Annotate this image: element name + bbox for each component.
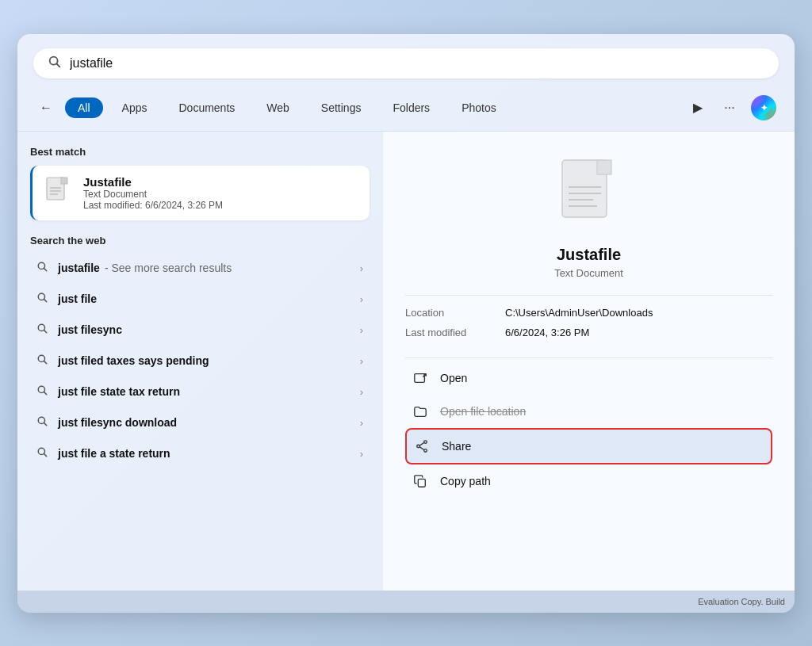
chevron-right-icon: › bbox=[360, 417, 363, 429]
evaluation-text: Evaluation Copy. Build bbox=[698, 597, 785, 606]
svg-line-18 bbox=[44, 392, 46, 394]
modified-key: Last modified bbox=[405, 327, 492, 338]
search-icon bbox=[36, 354, 48, 369]
svg-line-1 bbox=[56, 63, 59, 67]
share-label: Share bbox=[442, 440, 471, 453]
svg-text:✦: ✦ bbox=[760, 103, 768, 113]
action-copy-path[interactable]: Copy path bbox=[405, 464, 772, 498]
list-item[interactable]: just filesync download › bbox=[30, 407, 370, 438]
svg-line-16 bbox=[44, 361, 46, 363]
svg-point-30 bbox=[424, 440, 427, 443]
folder-icon bbox=[412, 403, 429, 420]
copilot-button[interactable]: ✦ bbox=[749, 93, 779, 123]
svg-rect-24 bbox=[597, 160, 611, 174]
search-input-wrap bbox=[33, 48, 779, 78]
svg-rect-5 bbox=[61, 178, 67, 184]
open-location-label: Open file location bbox=[440, 405, 526, 418]
action-open-location[interactable]: Open file location bbox=[405, 395, 772, 428]
location-val: C:\Users\AdminUser\Downloads bbox=[505, 307, 653, 319]
best-match-type: Text Document bbox=[83, 189, 223, 200]
list-item[interactable]: just file a state return › bbox=[30, 438, 370, 469]
search-bar-row bbox=[17, 34, 795, 88]
filter-apps[interactable]: Apps bbox=[109, 97, 160, 118]
svg-line-12 bbox=[44, 299, 46, 301]
share-icon bbox=[413, 438, 431, 455]
main-content: Best match Justafi bbox=[17, 131, 795, 591]
actions-divider bbox=[405, 357, 772, 358]
svg-line-10 bbox=[44, 268, 46, 270]
copy-icon bbox=[412, 472, 429, 490]
search-icon bbox=[36, 261, 48, 276]
list-item[interactable]: just filesync › bbox=[30, 315, 370, 346]
search-input[interactable] bbox=[70, 56, 764, 71]
meta-location-row: Location C:\Users\AdminUser\Downloads bbox=[405, 307, 772, 319]
svg-line-33 bbox=[419, 442, 423, 445]
copilot-icon: ✦ bbox=[751, 95, 776, 120]
open-icon bbox=[412, 369, 429, 387]
left-panel: Best match Justafi bbox=[17, 132, 382, 591]
search-icon bbox=[36, 446, 48, 461]
list-item[interactable]: just file › bbox=[30, 284, 370, 315]
right-panel: Justafile Text Document Location C:\User… bbox=[382, 132, 795, 591]
svg-point-31 bbox=[424, 449, 427, 452]
search-icon bbox=[36, 384, 48, 399]
search-icon bbox=[36, 292, 48, 307]
filter-documents[interactable]: Documents bbox=[166, 97, 247, 118]
svg-line-14 bbox=[44, 330, 46, 332]
svg-rect-29 bbox=[415, 373, 425, 382]
chevron-right-icon: › bbox=[360, 293, 363, 305]
chevron-right-icon: › bbox=[360, 355, 363, 367]
filter-row: ← All Apps Documents Web Settings Folder… bbox=[17, 88, 795, 131]
file-icon bbox=[45, 177, 71, 208]
best-match-item[interactable]: Justafile Text Document Last modified: 6… bbox=[30, 166, 370, 220]
filter-photos[interactable]: Photos bbox=[449, 97, 509, 118]
list-item[interactable]: just file state tax return › bbox=[30, 377, 370, 407]
file-meta: Location C:\Users\AdminUser\Downloads La… bbox=[405, 295, 772, 346]
file-preview-icon bbox=[557, 159, 621, 233]
filter-settings[interactable]: Settings bbox=[308, 97, 374, 118]
best-match-name: Justafile bbox=[83, 175, 223, 189]
list-item[interactable]: justafile - See more search results › bbox=[30, 253, 370, 284]
location-key: Location bbox=[405, 307, 492, 319]
best-match-label: Best match bbox=[30, 146, 370, 158]
search-icon bbox=[36, 323, 48, 338]
svg-rect-35 bbox=[418, 479, 425, 487]
svg-line-22 bbox=[44, 453, 46, 456]
filter-all[interactable]: All bbox=[65, 97, 103, 118]
chevron-right-icon: › bbox=[360, 448, 363, 460]
file-icon-wrap bbox=[44, 178, 72, 207]
action-share[interactable]: Share bbox=[405, 428, 772, 464]
filter-folders[interactable]: Folders bbox=[380, 97, 442, 118]
search-icon bbox=[48, 55, 62, 72]
svg-line-34 bbox=[419, 446, 423, 449]
search-icon bbox=[36, 415, 48, 430]
search-panel: ← All Apps Documents Web Settings Folder… bbox=[17, 34, 795, 613]
preview-title: Justafile bbox=[557, 246, 621, 264]
modified-val: 6/6/2024, 3:26 PM bbox=[505, 327, 589, 338]
chevron-right-icon: › bbox=[360, 262, 363, 274]
chevron-right-icon: › bbox=[360, 386, 363, 398]
back-button[interactable]: ← bbox=[33, 95, 59, 120]
svg-line-20 bbox=[44, 422, 46, 425]
meta-modified-row: Last modified 6/6/2024, 3:26 PM bbox=[405, 327, 772, 338]
action-open[interactable]: Open bbox=[405, 361, 772, 395]
preview-type: Text Document bbox=[554, 267, 623, 279]
web-section-label: Search the web bbox=[30, 235, 370, 247]
copy-path-label: Copy path bbox=[440, 475, 491, 487]
chevron-right-icon: › bbox=[360, 324, 363, 336]
svg-point-32 bbox=[417, 445, 420, 448]
play-button[interactable]: ▶ bbox=[685, 95, 710, 120]
filter-web[interactable]: Web bbox=[254, 97, 302, 118]
bottom-bar: Evaluation Copy. Build bbox=[17, 591, 795, 613]
more-button[interactable]: ··· bbox=[717, 95, 742, 120]
best-match-info: Justafile Text Document Last modified: 6… bbox=[83, 175, 223, 211]
list-item[interactable]: just filed taxes says pending › bbox=[30, 346, 370, 377]
open-label: Open bbox=[440, 372, 467, 384]
best-match-date: Last modified: 6/6/2024, 3:26 PM bbox=[83, 200, 223, 211]
